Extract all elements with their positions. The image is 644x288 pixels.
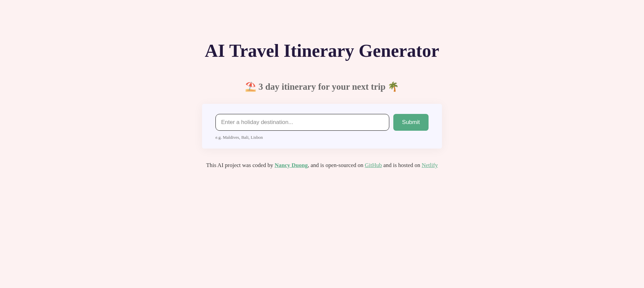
footer-part3: and is hosted on	[382, 162, 422, 168]
destination-form: Submit e.g. Maldives, Bali, Lisbon	[202, 104, 442, 149]
author-link[interactable]: Nancy Duong	[275, 162, 308, 168]
page-subtitle: ⛱️ 3 day itinerary for your next trip 🌴	[121, 81, 524, 92]
page-title: AI Travel Itinerary Generator	[121, 40, 524, 61]
destination-input[interactable]	[215, 114, 389, 131]
footer-text: This AI project was coded by Nancy Duong…	[121, 162, 524, 169]
footer-part2: , and is open-sourced on	[308, 162, 365, 168]
submit-button[interactable]: Submit	[393, 114, 429, 131]
github-link[interactable]: GitHub	[365, 162, 382, 168]
netlify-link[interactable]: Netlify	[422, 162, 438, 168]
footer-part1: This AI project was coded by	[206, 162, 275, 168]
example-hint: e.g. Maldives, Bali, Lisbon	[215, 135, 429, 140]
